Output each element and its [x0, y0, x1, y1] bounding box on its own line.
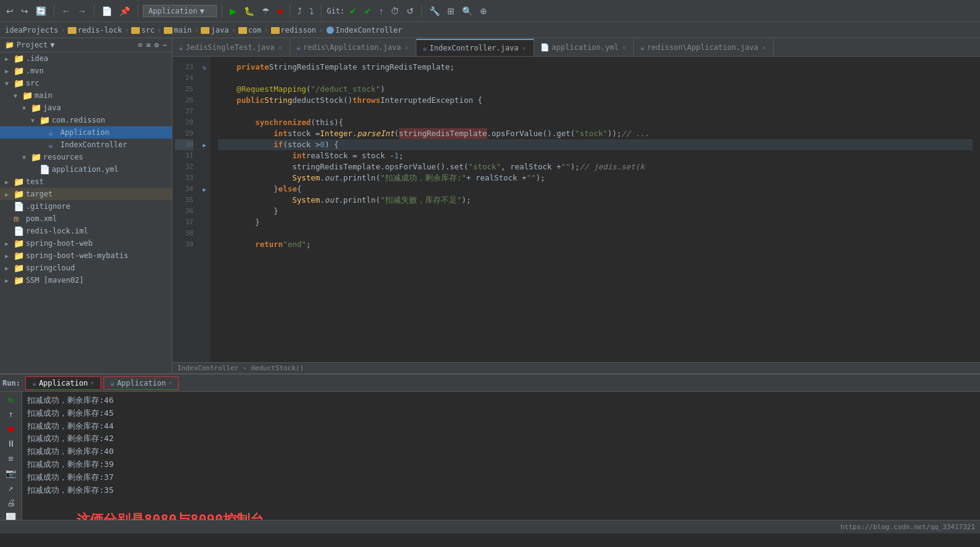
sidebar-settings-btn[interactable]: ⚙ — [155, 41, 159, 49]
run-wrap-btn[interactable]: ≡ — [4, 453, 18, 463]
folder-icon-sbwm: 📁 — [14, 251, 23, 261]
tab-indexcontroller[interactable]: ☕ IndexController.java × — [416, 39, 534, 56]
step-down-btn[interactable]: ⤵ — [307, 5, 316, 17]
breadcrumb-indexcontroller[interactable]: IndexController — [336, 26, 402, 34]
run-restart-btn[interactable]: ↻ — [4, 394, 18, 404]
stop-btn[interactable]: ■ — [275, 5, 285, 17]
tree-item-main[interactable]: ▼ 📁 main — [0, 89, 172, 102]
line-num-24: 24 — [175, 73, 193, 84]
sidebar-dropdown-arrow[interactable]: ▼ — [51, 41, 55, 49]
tab-close-yml[interactable]: × — [621, 44, 627, 51]
tree-item-resources[interactable]: ▼ 📁 resources — [0, 151, 172, 163]
sep1 — [54, 5, 54, 17]
tree-item-pom[interactable]: m pom.xml — [0, 213, 172, 225]
breadcrumb-redis-lock[interactable]: redis-lock — [78, 26, 122, 34]
sync-btn[interactable]: 🔄 — [33, 5, 49, 17]
breadcrumb-redisson[interactable]: redisson — [281, 26, 317, 34]
run-btn[interactable]: ▶ — [227, 5, 239, 17]
run-config-dropdown[interactable]: Application ▼ — [143, 5, 217, 17]
redo-btn[interactable]: ↪ — [18, 5, 31, 17]
code-line-36: } — [218, 206, 973, 217]
run-tab-app1[interactable]: ☕ Application × — [25, 376, 101, 390]
output-line-4: 扣减成功，剩余库存:42 — [27, 432, 975, 445]
folder-icon-main — [164, 26, 172, 34]
sidebar-equalizer-btn[interactable]: ≡ — [146, 41, 150, 49]
tree-item-java[interactable]: ▼ 📁 java — [0, 102, 172, 114]
back-btn[interactable]: ← — [59, 5, 73, 17]
tree-item-target[interactable]: ▶ 📁 target — [0, 188, 172, 200]
windows-btn[interactable]: ⊞ — [445, 5, 457, 17]
run-tab-close-1[interactable]: × — [91, 379, 94, 386]
breadcrumb-src[interactable]: src — [141, 26, 155, 34]
run-stop-btn[interactable]: ■ — [4, 424, 18, 434]
gutter-23: ↻ — [198, 62, 211, 73]
tree-item-indexcontroller[interactable]: ☕ IndexController — [0, 139, 172, 151]
tree-item-sbw[interactable]: ▶ 📁 spring-boot-web — [0, 237, 172, 249]
tree-item-idea[interactable]: ▶ 📁 .idea — [0, 52, 172, 65]
status-url: https://blog.csdn.net/qq_33417321 — [840, 523, 975, 531]
git-time-btn[interactable]: ⏱ — [388, 5, 402, 17]
tab-redisson-app[interactable]: ☕ redisson\Application.java × — [634, 39, 774, 56]
run-sidebar: ↻ ↑ ■ ⏸ ≡ 📷 ↗ 🖨 ⬜ 🗑 ≡ — [0, 392, 22, 533]
file-btn[interactable]: 📄 — [99, 5, 115, 17]
sidebar-minimize-btn[interactable]: − — [163, 41, 167, 49]
tree-item-sbwm[interactable]: ▶ 📁 spring-boot-web-mybatis — [0, 249, 172, 262]
breadcrumb-main[interactable]: main — [174, 26, 192, 34]
tab-redis-app[interactable]: ☕ redis\Application.java × — [290, 39, 416, 56]
db-btn[interactable]: ⊕ — [477, 5, 490, 17]
tree-item-iml[interactable]: 📄 redis-lock.iml — [0, 225, 172, 237]
tree-label-com-redisson: com.redisson — [52, 116, 105, 124]
app-icon: ☕ — [48, 128, 58, 137]
pin-btn[interactable]: 📌 — [117, 5, 132, 17]
tab-close-ic[interactable]: × — [521, 45, 527, 52]
git-undo-btn[interactable]: ↺ — [404, 5, 416, 17]
debug-btn[interactable]: 🐛 — [241, 5, 257, 17]
tree-item-mvn[interactable]: ▶ 📁 .mvn — [0, 65, 172, 77]
tree-label-sbwm: spring-boot-web-mybatis — [26, 251, 128, 260]
tree-item-src[interactable]: ▼ 📁 src — [0, 77, 172, 89]
code-editor[interactable]: private StringRedisTemplate stringRedisT… — [211, 57, 980, 362]
run-up-btn[interactable]: ↑ — [4, 409, 18, 419]
tab-close-jedis[interactable]: × — [277, 44, 283, 51]
git-push-btn[interactable]: ↑ — [376, 5, 386, 17]
tree-item-gitignore[interactable]: 📄 .gitignore — [0, 200, 172, 213]
tab-jedis[interactable]: ☕ JedisSingleTest.java × — [172, 39, 290, 56]
run-tab-app2[interactable]: ☕ Application × — [103, 376, 179, 390]
tab-yml[interactable]: 📄 application.yml × — [534, 39, 634, 56]
tree-item-test[interactable]: ▶ 📁 test — [0, 176, 172, 188]
tree-label-iml: redis-lock.iml — [26, 227, 88, 235]
tree-item-sc[interactable]: ▶ 📁 springcloud — [0, 262, 172, 274]
gutter-markers: ↻ ▶ ▶ — [198, 57, 211, 362]
run-share-btn[interactable]: ↗ — [4, 483, 18, 493]
tree-item-application[interactable]: ☕ Application — [0, 126, 172, 139]
step-over-btn[interactable]: ⤴ — [295, 5, 304, 17]
breadcrumb-java[interactable]: java — [211, 26, 229, 34]
git-check2-btn[interactable]: ✔ — [362, 5, 374, 17]
git-section: Git: ✔ ✔ ↑ ⏱ ↺ — [326, 5, 416, 17]
search-btn[interactable]: 🔍 — [460, 5, 475, 17]
svg-rect-5 — [271, 27, 280, 34]
sidebar-locate-btn[interactable]: ⊙ — [138, 41, 142, 49]
run-print-btn[interactable]: 🖨 — [4, 498, 18, 508]
breadcrumb-com[interactable]: com — [248, 26, 262, 34]
tree-item-com-redisson[interactable]: ▼ 📁 com.redisson — [0, 114, 172, 126]
tree-item-application-yml[interactable]: 📄 application.yml — [0, 163, 172, 176]
svg-rect-4 — [238, 27, 247, 34]
tab-close-redis-app[interactable]: × — [403, 44, 410, 51]
tree-arrow-idea: ▶ — [5, 55, 14, 62]
wrench-btn[interactable]: 🔧 — [427, 5, 442, 17]
tab-close-redisson-app[interactable]: × — [761, 44, 767, 51]
tree-item-ssm[interactable]: ▶ 📁 SSM [maven02] — [0, 274, 172, 286]
git-check-btn[interactable]: ✔ — [347, 5, 359, 17]
run-tab-close-2[interactable]: × — [168, 379, 172, 386]
coverage-btn[interactable]: ☂ — [259, 5, 272, 17]
line-num-35: 35 — [175, 195, 193, 206]
tree-label-resources: resources — [43, 153, 83, 161]
yaml-icon: 📄 — [39, 164, 49, 174]
undo-btn[interactable]: ↩ — [4, 5, 16, 17]
breadcrumb-ideaprojects[interactable]: ideaProjects — [5, 26, 59, 34]
git-label: Git: — [326, 7, 344, 15]
forward-btn[interactable]: → — [75, 5, 89, 17]
run-screenshot-btn[interactable]: 📷 — [4, 468, 18, 478]
run-pause-btn[interactable]: ⏸ — [4, 439, 18, 448]
